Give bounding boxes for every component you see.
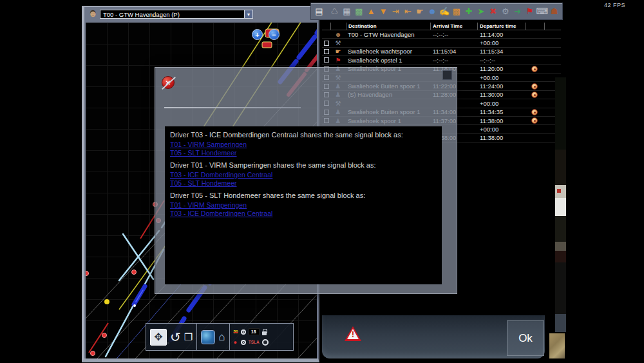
- departure-time-cell: +00:00: [477, 74, 525, 81]
- train-link[interactable]: T05 - SLT Hondemeer: [170, 180, 437, 188]
- background-scene: [549, 333, 565, 358]
- enter-door-icon[interactable]: ➜: [511, 3, 524, 19]
- background-scene: [555, 314, 566, 332]
- alarm-cell: [525, 92, 544, 98]
- rotate-icon[interactable]: ↺: [170, 329, 181, 346]
- flag-row-icon: ⚑: [330, 56, 346, 64]
- alarm-cell: [525, 83, 544, 90]
- header-arrival: Arrival Time: [430, 23, 477, 30]
- table-row[interactable]: ☻T00 - GTW Havendagen--:--:--11:14:00: [322, 30, 561, 39]
- alarm-clock-icon[interactable]: [531, 109, 538, 115]
- row-checkbox[interactable]: [324, 41, 329, 46]
- train-link[interactable]: T01 - VIRM Samperingen: [170, 202, 437, 210]
- table-row[interactable]: ⚑Swaliehoek opstel 1--:--:----:--:--: [322, 56, 561, 64]
- header-checkbox-col: [322, 23, 330, 30]
- add-waypoint-icon[interactable]: ✚: [462, 3, 475, 19]
- schedule-toolbar: ▤♺▦▩▲▼⇥⇤☛☻✍▩✚➤✖⚙➜⚑⌨☗: [310, 3, 563, 20]
- conductor-hat-icon[interactable]: ☗: [548, 3, 560, 19]
- alarm-clock-icon[interactable]: [531, 117, 538, 124]
- settings-box-icon[interactable]: ⚙: [499, 3, 511, 19]
- zoom-in-icon[interactable]: +: [252, 29, 263, 40]
- dialog-scrollbar-thumb[interactable]: [442, 70, 452, 80]
- signal-icon: ●: [234, 339, 238, 346]
- platform-number-badge: 18: [249, 328, 260, 335]
- green-grid-icon[interactable]: ▩: [353, 3, 365, 19]
- alarm-cell: [525, 66, 544, 72]
- train-link[interactable]: T01 - VIRM Samperingen: [170, 141, 437, 149]
- edit-schedule-icon[interactable]: ✍: [439, 3, 451, 19]
- departure-time-cell: 11:34:35: [477, 108, 525, 115]
- destination-cell: Swaliehoek opstel 1: [346, 57, 430, 64]
- add-path-icon[interactable]: ➤: [475, 3, 487, 19]
- background-scene: [555, 216, 566, 242]
- passengers-icon[interactable]: ☻: [426, 3, 439, 19]
- checkbox-cell: [322, 57, 330, 63]
- checkbox-cell: [322, 49, 330, 54]
- driver-message: Driver T05 - SLT Hondemeer shares the sa…: [170, 191, 437, 200]
- assign-hand-icon[interactable]: ☛: [414, 3, 426, 19]
- departure-time-cell: 11:24:00: [477, 83, 525, 90]
- tiles-icon[interactable]: ▩: [450, 3, 462, 19]
- train-link[interactable]: T03 - ICE Domberdingen Centraal: [170, 172, 437, 179]
- train-link[interactable]: T05 - SLT Hondemeer: [170, 150, 437, 157]
- alarm-cell: [525, 117, 544, 124]
- alarm-clock-icon[interactable]: [531, 83, 538, 90]
- speed-limit-icon: 50: [234, 329, 238, 334]
- remove-driver-icon[interactable]: ✖: [487, 3, 499, 19]
- header-destination: Destination: [346, 23, 430, 30]
- signal-overlay-radio[interactable]: [241, 340, 246, 345]
- header-icon-col: [330, 23, 346, 30]
- map-header: ☻ T00 - GTW Havendagen (P) ▼: [84, 7, 318, 23]
- train-link[interactable]: T03 - ICE Domberdingen Centraal: [170, 210, 437, 218]
- delete-icon[interactable]: ♺: [328, 3, 341, 19]
- tsla-overlay-radio[interactable]: [262, 339, 269, 346]
- departure-time-cell: 11:30:00: [477, 91, 525, 98]
- flag-icon[interactable]: ⚑: [524, 3, 536, 19]
- table-row[interactable]: ☛Swaliehoek wachtspoor11:15:0411:15:34: [322, 48, 561, 56]
- row-checkbox[interactable]: [324, 49, 329, 54]
- save-icon[interactable]: ▤: [313, 3, 325, 19]
- destination-cell: T00 - GTW Havendagen: [346, 31, 430, 38]
- row-checkbox[interactable]: [324, 57, 329, 63]
- close-icon[interactable]: ✕: [162, 76, 175, 89]
- background-scene: [555, 251, 566, 262]
- departure-time-cell: +00:00: [477, 100, 525, 107]
- hand-row-icon: ☛: [330, 47, 346, 55]
- dialog-message-area: Driver T03 - ICE Domberdingen Centraal s…: [165, 126, 442, 284]
- background-scene: [555, 150, 566, 185]
- train-selector-dropdown[interactable]: T00 - GTW Havendagen (P) ▼: [100, 10, 253, 19]
- service-row-icon: ⚒: [330, 39, 346, 47]
- zoom-out-icon[interactable]: −: [269, 29, 279, 40]
- driver-avatar-icon: ☻: [88, 8, 98, 19]
- app-root: 42 FPS ☻ T00 - GTW Havendagen (P) ▼: [0, 0, 644, 363]
- departure-time-cell: 11:20:00: [477, 65, 525, 72]
- map-toolbar: ✥ ↺ ❐ ⌂ 50 18 ● TSLA: [146, 323, 294, 351]
- fit-view-icon[interactable]: ❐: [184, 329, 193, 346]
- background-scene: [555, 185, 566, 198]
- header-departure: Departure time: [477, 23, 525, 30]
- table-header: Destination Arrival Time Departure time: [322, 23, 561, 30]
- dialog-slider[interactable]: [164, 107, 301, 108]
- alarm-cell: [525, 109, 544, 115]
- chevron-down-icon[interactable]: ▼: [244, 10, 252, 18]
- alarm-clock-icon[interactable]: [531, 66, 538, 72]
- shunt-in-icon[interactable]: ⇥: [390, 3, 402, 19]
- header-alarm-col: [525, 23, 544, 30]
- departure-time-cell: 11:38:00: [477, 134, 525, 141]
- alarm-clock-icon[interactable]: [531, 92, 538, 98]
- speed-overlay-radio[interactable]: [241, 329, 246, 335]
- pan-icon[interactable]: ✥: [150, 329, 167, 346]
- signal-block-dialog: ✕ Driver T03 - ICE Domberdingen Centraal…: [155, 67, 457, 294]
- shunt-out-icon[interactable]: ⇤: [402, 3, 414, 19]
- table-row[interactable]: ⚒+00:00: [322, 39, 561, 47]
- load-icon[interactable]: ▲: [365, 3, 377, 19]
- measure-icon[interactable]: ⌨: [536, 3, 548, 19]
- departure-time-cell: +00:00: [477, 39, 525, 46]
- arrival-time-cell: --:--:--: [430, 31, 477, 38]
- unload-icon[interactable]: ▼: [377, 3, 390, 19]
- ok-button[interactable]: Ok: [507, 320, 544, 356]
- dot-grid-icon[interactable]: ▦: [341, 3, 353, 19]
- home-icon[interactable]: ⌂: [218, 329, 225, 346]
- globe-icon[interactable]: [201, 330, 215, 344]
- train-selector-value: T00 - GTW Havendagen (P): [100, 11, 244, 18]
